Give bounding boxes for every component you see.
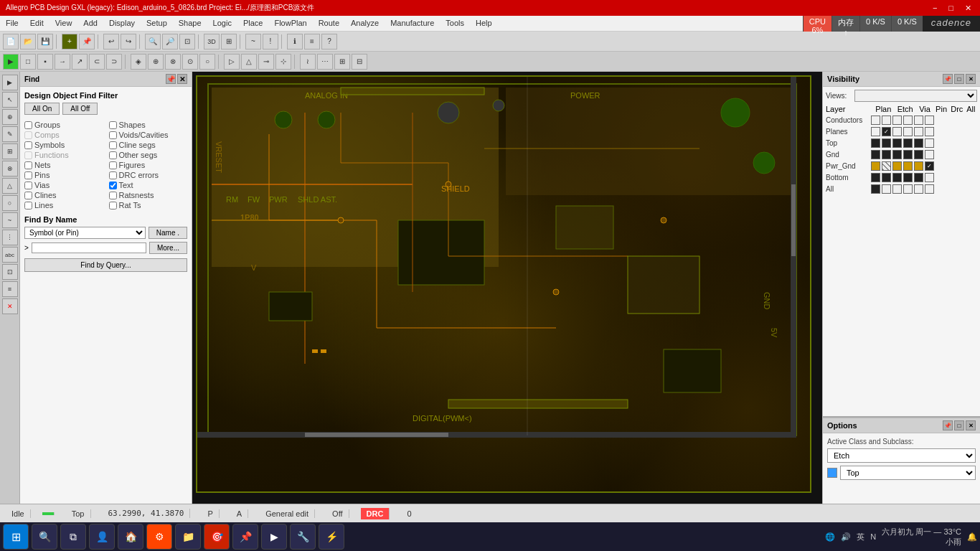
cb-shapes-input[interactable] bbox=[109, 121, 117, 129]
tb-property[interactable]: ≡ bbox=[304, 34, 320, 50]
taskbar-app-5[interactable]: 🎯 bbox=[204, 524, 230, 550]
task-view-btn[interactable]: ⧉ bbox=[60, 524, 86, 550]
tool-12[interactable]: ≡ bbox=[2, 281, 18, 297]
cb-text-input[interactable] bbox=[109, 182, 117, 189]
pcb-board[interactable]: POWER ANALOG IN VRESET bbox=[196, 75, 811, 493]
cb-clinesegs-input[interactable] bbox=[109, 141, 117, 149]
tb2-11[interactable]: ⊙ bbox=[182, 54, 198, 70]
cb-voids-input[interactable] bbox=[109, 131, 117, 139]
taskbar-app-8[interactable]: 🔧 bbox=[290, 524, 316, 550]
tb2-13[interactable]: ▷ bbox=[224, 54, 240, 70]
planes-pin-check[interactable] bbox=[903, 127, 913, 136]
menu-shape[interactable]: Shape bbox=[173, 17, 207, 29]
tool-2[interactable]: ↖ bbox=[2, 92, 18, 108]
tool-abc[interactable]: abc bbox=[2, 247, 18, 263]
tb2-1[interactable]: ▶ bbox=[3, 54, 19, 70]
cb-clines-input[interactable] bbox=[24, 192, 32, 199]
notification-btn[interactable]: 🔔 bbox=[967, 532, 977, 542]
vis-expand-btn[interactable]: □ bbox=[954, 74, 964, 84]
pwrgnd-etch-check[interactable] bbox=[882, 161, 891, 171]
more-button[interactable]: More... bbox=[149, 242, 187, 254]
taskbar-app-3[interactable]: ⚙ bbox=[146, 524, 172, 550]
taskbar-app-2[interactable]: 🏠 bbox=[118, 524, 143, 550]
bottom-pin-check[interactable] bbox=[903, 173, 913, 182]
find-type-select[interactable]: Symbol (or Pin) Net Pin Component bbox=[24, 227, 146, 239]
pwrgnd-via-check[interactable] bbox=[892, 161, 902, 171]
tb2-17[interactable]: ≀ bbox=[300, 54, 316, 70]
find-pin-btn[interactable]: 📌 bbox=[166, 74, 176, 84]
pwrgnd-drc-check[interactable] bbox=[914, 161, 923, 171]
tool-9[interactable]: ~ bbox=[2, 212, 18, 228]
tb2-10[interactable]: ⊗ bbox=[165, 54, 181, 70]
maximize-button[interactable]: □ bbox=[946, 4, 956, 13]
name-button[interactable]: Name . bbox=[149, 227, 187, 239]
tb2-18[interactable]: ⋯ bbox=[317, 54, 333, 70]
taskbar-app-9[interactable]: ⚡ bbox=[319, 524, 344, 550]
tb-zoom-in[interactable]: 🔍 bbox=[145, 34, 161, 50]
bottom-via-check[interactable] bbox=[892, 173, 902, 182]
tb-drc[interactable]: ! bbox=[263, 34, 278, 50]
tb-redo[interactable]: ↪ bbox=[121, 34, 136, 50]
tb2-9[interactable]: ⊕ bbox=[148, 54, 164, 70]
tool-8[interactable]: ○ bbox=[2, 195, 18, 211]
tb-open[interactable]: 📂 bbox=[20, 34, 36, 50]
cb-ratsnests-input[interactable] bbox=[109, 192, 117, 199]
find-close-btn[interactable]: ✕ bbox=[177, 74, 187, 84]
gnd-drc-check[interactable] bbox=[914, 150, 923, 159]
find-name-input[interactable] bbox=[32, 242, 146, 253]
minimize-button[interactable]: − bbox=[930, 4, 940, 13]
menu-tools[interactable]: Tools bbox=[440, 17, 470, 29]
gnd-plan-check[interactable] bbox=[871, 150, 880, 159]
planes-plan-check[interactable] bbox=[871, 127, 880, 136]
tb-zoom-out[interactable]: 🔎 bbox=[162, 34, 178, 50]
views-select[interactable] bbox=[854, 90, 977, 102]
all-off-button[interactable]: All Off bbox=[62, 103, 98, 115]
top-via-check[interactable] bbox=[892, 138, 902, 148]
cb-symbols-input[interactable] bbox=[24, 141, 32, 149]
cb-groups-input[interactable] bbox=[24, 121, 32, 129]
tool-10[interactable]: ⋮ bbox=[2, 230, 18, 245]
menu-analyze[interactable]: Analyze bbox=[345, 17, 385, 29]
top-pin-check[interactable] bbox=[903, 138, 913, 148]
cb-ratts-input[interactable] bbox=[109, 202, 117, 209]
all-plan-check[interactable] bbox=[871, 184, 880, 194]
taskbar-app-7[interactable]: ▶ bbox=[261, 524, 287, 550]
vis-pin-btn[interactable]: 📌 bbox=[943, 74, 953, 84]
taskbar-app-4[interactable]: 📁 bbox=[175, 524, 201, 550]
gnd-all-check[interactable] bbox=[925, 150, 934, 159]
tb2-3[interactable]: ▪ bbox=[37, 54, 53, 70]
top-etch-check[interactable] bbox=[882, 138, 891, 148]
menu-add[interactable]: Add bbox=[77, 17, 103, 29]
planes-etch-check[interactable]: ✓ bbox=[882, 127, 891, 136]
cb-nets-input[interactable] bbox=[24, 161, 32, 169]
tb2-15[interactable]: ⊸ bbox=[258, 54, 274, 70]
planes-via-check[interactable] bbox=[892, 127, 902, 136]
class-select[interactable]: Etch Board Geometry Package Geometry bbox=[827, 448, 976, 463]
menu-help[interactable]: Help bbox=[470, 17, 498, 29]
planes-all-check[interactable] bbox=[925, 127, 934, 136]
menu-view[interactable]: View bbox=[50, 17, 78, 29]
cond-pin-check[interactable] bbox=[903, 116, 913, 125]
pwrgnd-plan-check[interactable] bbox=[871, 161, 880, 171]
cb-pins-input[interactable] bbox=[24, 171, 32, 179]
pwrgnd-all-check[interactable]: ✓ bbox=[925, 161, 934, 171]
all-pin-check[interactable] bbox=[903, 184, 913, 194]
tb-zoom-fit[interactable]: ⊡ bbox=[179, 34, 195, 50]
cond-etch-check[interactable] bbox=[882, 116, 891, 125]
opt-pin-btn[interactable]: 📌 bbox=[943, 420, 953, 430]
taskbar-app-1[interactable]: 👤 bbox=[89, 524, 115, 550]
tb-3d[interactable]: 3D bbox=[204, 34, 220, 50]
tb-grid[interactable]: ⊞ bbox=[221, 34, 237, 50]
all-etch-check[interactable] bbox=[882, 184, 891, 194]
menu-display[interactable]: Display bbox=[103, 17, 141, 29]
tool-7[interactable]: △ bbox=[2, 178, 18, 194]
all-on-button[interactable]: All On bbox=[24, 103, 60, 115]
menu-edit[interactable]: Edit bbox=[24, 17, 50, 29]
top-plan-check[interactable] bbox=[871, 138, 880, 148]
cb-figures-input[interactable] bbox=[109, 161, 117, 169]
menu-setup[interactable]: Setup bbox=[141, 17, 173, 29]
pwrgnd-pin-check[interactable] bbox=[903, 161, 913, 171]
gnd-etch-check[interactable] bbox=[882, 150, 891, 159]
start-button[interactable]: ⊞ bbox=[3, 524, 29, 550]
pcb-canvas-area[interactable]: POWER ANALOG IN VRESET bbox=[192, 72, 822, 504]
